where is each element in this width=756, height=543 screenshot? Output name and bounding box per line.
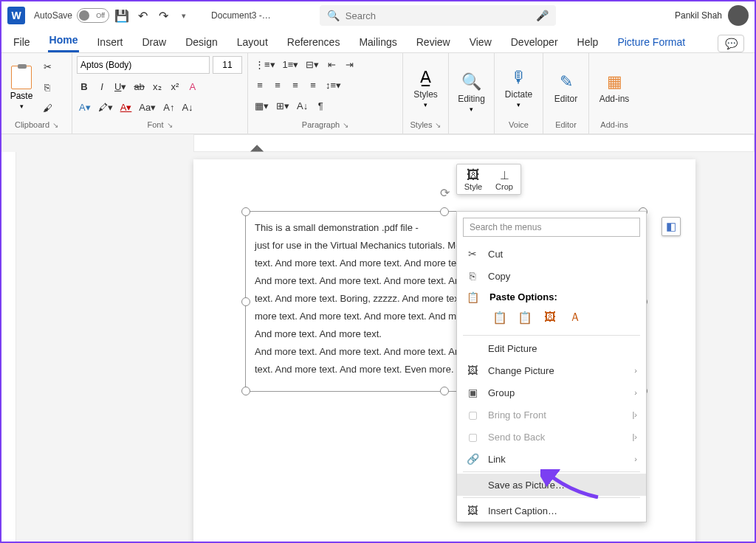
tab-design[interactable]: Design: [184, 32, 219, 52]
font-launcher[interactable]: ↘: [167, 121, 173, 129]
menu-search-input[interactable]: Search the menus: [463, 218, 640, 237]
resize-handle-n[interactable]: [440, 207, 449, 216]
increase-indent-button[interactable]: ⇥: [342, 56, 357, 72]
italic-button[interactable]: I: [94, 78, 109, 94]
change-picture-icon: 🖼: [466, 364, 479, 376]
show-marks-button[interactable]: ¶: [313, 97, 328, 114]
font-color-button[interactable]: A▾: [118, 99, 134, 115]
comments-button[interactable]: 💬: [718, 35, 744, 52]
crop-button[interactable]: ⟂ Crop: [491, 167, 518, 191]
editing-button[interactable]: 🔍 Editing ▾: [453, 69, 489, 116]
menu-copy[interactable]: ⎘ Copy: [457, 265, 646, 287]
paste-text-only[interactable]: Ａ: [565, 307, 585, 328]
resize-handle-nw[interactable]: [241, 207, 250, 216]
align-right-button[interactable]: ≡: [288, 77, 303, 93]
tab-review[interactable]: Review: [415, 32, 452, 52]
editor-button[interactable]: ✎ Editor: [548, 69, 584, 107]
numbering-button[interactable]: 1≡▾: [281, 56, 301, 72]
menu-edit-picture[interactable]: Edit Picture: [457, 337, 646, 359]
format-painter-icon[interactable]: 🖌: [40, 100, 55, 117]
clipboard-small-icon: 📋: [466, 291, 479, 303]
menu-group[interactable]: ▣ Group ›: [457, 381, 646, 404]
menu-insert-caption[interactable]: 🖼 Insert Caption…: [457, 499, 646, 522]
search-input[interactable]: [346, 10, 530, 21]
microphone-icon[interactable]: 🎤: [536, 10, 549, 21]
line-spacing-button[interactable]: ↕≡▾: [323, 77, 343, 93]
tab-picture-format[interactable]: Picture Format: [616, 32, 687, 52]
menu-cut[interactable]: ✂ Cut: [457, 243, 646, 265]
tab-file[interactable]: File: [12, 32, 32, 52]
bold-button[interactable]: B: [77, 78, 92, 94]
paragraph-launcher[interactable]: ↘: [343, 121, 348, 129]
change-case-button[interactable]: Aa▾: [137, 99, 158, 115]
tab-stop-marker[interactable]: ◢◣: [250, 142, 264, 153]
copy-icon[interactable]: ⎘: [40, 80, 55, 96]
font-name-select[interactable]: [77, 56, 210, 74]
dictate-button[interactable]: 🎙 Dictate ▾: [499, 64, 538, 111]
shrink-font-button[interactable]: A↓: [179, 99, 195, 115]
paste-options-row: 📋 📋 🖼 Ａ: [457, 304, 646, 333]
page[interactable]: 🖼 Style ⟂ Crop ◧ ⟳ This is a small demo: [193, 159, 695, 543]
menu-link[interactable]: 🔗 Link ›: [457, 448, 646, 470]
menu-change-picture[interactable]: 🖼 Change Picture ›: [457, 359, 646, 381]
grow-font-button[interactable]: A↑: [161, 99, 176, 115]
title-bar: W AutoSave Off 💾 ↶ ↷ ▾ Document3 -… 🔍 🎤 …: [1, 1, 755, 30]
cut-icon[interactable]: ✂: [40, 59, 55, 75]
tab-help[interactable]: Help: [576, 32, 600, 52]
text-effects-button[interactable]: A▾: [77, 99, 93, 115]
tab-view[interactable]: View: [468, 32, 493, 52]
menu-send-to-back: ▢ Send to Back |›: [457, 426, 646, 448]
search-box[interactable]: 🔍 🎤: [320, 5, 556, 26]
addins-button[interactable]: ▦ Add-ins: [594, 69, 635, 107]
tab-developer[interactable]: Developer: [509, 32, 560, 52]
shading-button[interactable]: ▦▾: [252, 97, 271, 114]
styles-launcher[interactable]: ↘: [435, 121, 441, 129]
tab-home[interactable]: Home: [48, 30, 80, 52]
horizontal-ruler[interactable]: ◢◣: [1, 134, 755, 152]
save-icon[interactable]: 💾: [114, 7, 130, 24]
clipboard-launcher[interactable]: ↘: [52, 121, 58, 129]
highlight-button[interactable]: 🖍▾: [96, 99, 115, 115]
document-title[interactable]: Document3 -…: [211, 10, 271, 21]
paste-picture[interactable]: 🖼: [540, 307, 560, 328]
align-center-button[interactable]: ≡: [270, 77, 285, 93]
qat-dropdown-icon[interactable]: ▾: [176, 7, 192, 24]
undo-icon[interactable]: ↶: [134, 7, 151, 24]
rotate-handle[interactable]: ⟳: [437, 185, 452, 200]
justify-button[interactable]: ≡: [306, 77, 320, 93]
user-account[interactable]: Pankil Shah: [675, 5, 749, 26]
tab-references[interactable]: References: [286, 32, 342, 52]
resize-handle-s[interactable]: [440, 387, 449, 395]
chevron-right-icon: ›: [634, 454, 637, 463]
resize-handle-w[interactable]: [241, 297, 250, 306]
decrease-indent-button[interactable]: ⇤: [324, 56, 339, 72]
find-icon: 🔍: [461, 72, 482, 92]
tab-insert[interactable]: Insert: [95, 32, 124, 52]
vertical-ruler[interactable]: [1, 152, 16, 543]
style-gallery-button[interactable]: 🖼 Style: [460, 167, 487, 191]
layout-options-button[interactable]: ◧: [662, 217, 681, 236]
resize-handle-sw[interactable]: [241, 387, 250, 395]
tab-layout[interactable]: Layout: [236, 32, 269, 52]
align-left-button[interactable]: ≡: [252, 77, 267, 93]
styles-button[interactable]: A̲ Styles ▾: [408, 64, 444, 111]
tab-draw[interactable]: Draw: [140, 32, 168, 52]
strikethrough-button[interactable]: ab: [131, 78, 146, 94]
bullets-button[interactable]: ⋮≡▾: [252, 56, 278, 72]
tab-mailings[interactable]: Mailings: [357, 32, 398, 52]
subscript-button[interactable]: x₂: [150, 78, 165, 94]
borders-button[interactable]: ⊞▾: [274, 97, 292, 114]
underline-button[interactable]: U▾: [112, 78, 128, 94]
styles-icon: A̲: [416, 67, 436, 88]
paste-keep-source[interactable]: 📋: [489, 307, 510, 328]
font-size-select[interactable]: [213, 56, 242, 74]
redo-icon[interactable]: ↷: [155, 7, 171, 24]
multilevel-list-button[interactable]: ⊟▾: [303, 56, 321, 72]
superscript-button[interactable]: x²: [168, 78, 182, 94]
clear-formatting-button[interactable]: A: [185, 78, 200, 94]
sort-button[interactable]: A↓: [295, 97, 310, 114]
autosave-toggle[interactable]: Off: [77, 8, 109, 23]
document-canvas: 🖼 Style ⟂ Crop ◧ ⟳ This is a small demo: [1, 152, 755, 543]
paste-button[interactable]: Paste ▾: [6, 66, 37, 110]
paste-merge[interactable]: 📋: [515, 307, 535, 328]
